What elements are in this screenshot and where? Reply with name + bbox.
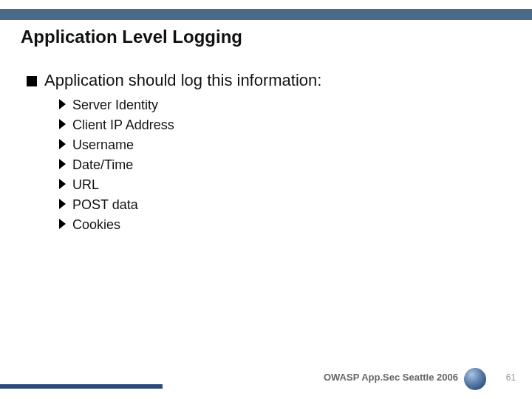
list-item-label: URL [72, 177, 99, 193]
list-item: Server Identity [59, 98, 505, 113]
svg-marker-4 [59, 179, 66, 189]
list-item: Date/Time [59, 157, 505, 173]
list-item-label: POST data [72, 197, 138, 213]
arrow-icon [59, 219, 66, 229]
svg-marker-1 [59, 119, 66, 129]
list-item-label: Date/Time [72, 157, 133, 173]
slide-title: Application Level Logging [21, 27, 242, 47]
list-item: Username [59, 137, 505, 153]
arrow-icon [59, 199, 66, 209]
page-number: 61 [506, 372, 516, 383]
arrow-icon [59, 99, 66, 109]
list-item: POST data [59, 197, 505, 213]
sublist: Server Identity Client IP Address Userna… [59, 98, 505, 233]
footer-bar [0, 384, 163, 389]
top-bar [0, 9, 532, 20]
list-item-label: Cookies [72, 217, 120, 233]
globe-icon [464, 368, 486, 390]
svg-marker-5 [59, 199, 66, 209]
list-item: Cookies [59, 217, 505, 233]
svg-marker-6 [59, 219, 66, 229]
arrow-icon [59, 159, 66, 169]
square-bullet-icon [27, 76, 37, 86]
list-item: Client IP Address [59, 117, 505, 133]
bullet-text: Application should log this information: [44, 71, 321, 90]
list-item-label: Server Identity [72, 98, 158, 113]
arrow-icon [59, 119, 66, 129]
svg-marker-2 [59, 139, 66, 149]
slide: Application Level Logging Application sh… [0, 0, 532, 399]
bullet-level1: Application should log this information: [27, 71, 505, 90]
list-item-label: Client IP Address [72, 117, 174, 133]
arrow-icon [59, 179, 66, 189]
arrow-icon [59, 139, 66, 149]
footer-text: OWASP App.Sec Seattle 2006 [324, 372, 458, 383]
list-item-label: Username [72, 137, 134, 153]
svg-marker-3 [59, 159, 66, 169]
content-area: Application should log this information:… [27, 71, 505, 237]
svg-marker-0 [59, 99, 66, 109]
list-item: URL [59, 177, 505, 193]
